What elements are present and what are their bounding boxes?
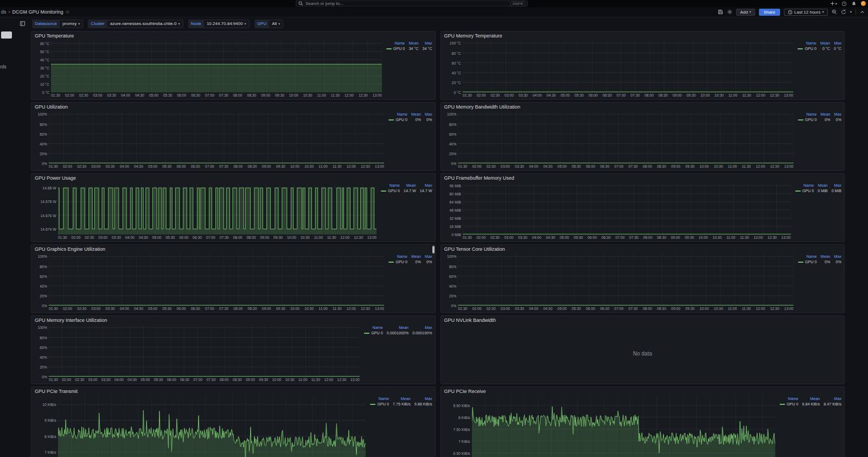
- y-axis-tick: 40%: [449, 284, 457, 288]
- page-title[interactable]: DCGM GPU Monitoring: [12, 9, 63, 15]
- legend-series-name[interactable]: GPU 0: [798, 259, 817, 264]
- refresh-button[interactable]: [841, 9, 846, 15]
- legend-mean-value: 0%: [416, 259, 421, 264]
- panel-gpu-utilization: GPU Utilization100%80%60%40%20%0%01:3002…: [31, 102, 436, 171]
- panel-title-gpu-pcie-receive[interactable]: GPU PCIe Receive: [444, 389, 486, 394]
- variable-value-cluster[interactable]: azure-ramesses-southindia-chile-0▾: [107, 20, 183, 28]
- sidebar-item-label[interactable]: rds: [0, 64, 7, 69]
- legend-header-mean: Mean: [810, 396, 820, 401]
- legend-header-name: Name: [806, 254, 816, 259]
- variable-value-node[interactable]: 10.244.70.84:9400▾: [204, 20, 250, 28]
- panel-header-gpu-tensor-core-utilization: GPU Tensor Core Utilization: [441, 245, 845, 252]
- panel-title-gpu-memory-interface-utilization[interactable]: GPU Memory Interface Utilization: [35, 318, 107, 323]
- x-axis-tick: 04:30: [546, 93, 556, 98]
- legend-series-name[interactable]: GPU 0: [795, 188, 814, 193]
- help-button[interactable]: ?: [841, 1, 847, 7]
- panel-title-gpu-graphics-engine-utilization[interactable]: GPU Graphics Engine Utilization: [35, 246, 105, 252]
- x-axis-tick: 03:30: [107, 93, 116, 98]
- x-axis-tick: 05:30: [162, 164, 171, 169]
- legend-header-max: Max: [425, 183, 432, 188]
- save-dashboard-button[interactable]: [718, 9, 723, 15]
- toggle-variables-panel-button[interactable]: [20, 21, 25, 27]
- legend-header-name: Name: [806, 112, 816, 117]
- zoom-out-time-button[interactable]: [832, 9, 837, 15]
- x-axis-tick: 02:00: [472, 307, 481, 312]
- x-axis-tick: 11:00: [728, 307, 737, 312]
- variable-value-gpu[interactable]: All▾: [269, 20, 283, 28]
- legend-gpu-framebuffer-memory-used: NameMeanMaxGPU 00 MiB0 MiB: [795, 183, 841, 240]
- panel-title-gpu-power-usage[interactable]: GPU Power Usage: [35, 175, 76, 181]
- legend-series-name[interactable]: GPU 0: [381, 188, 400, 193]
- y-axis-tick: 40 °C: [40, 58, 49, 62]
- add-panel-button[interactable]: Add ▾: [736, 9, 755, 16]
- collapse-topbar-button[interactable]: [860, 10, 865, 15]
- legend-series-name[interactable]: GPU 0: [364, 331, 383, 335]
- x-axis-tick: 02:30: [487, 307, 496, 312]
- panel-title-gpu-memory-temperature[interactable]: GPU Memory Temperature: [444, 33, 502, 39]
- legend-series-name[interactable]: GPU 0: [370, 402, 389, 407]
- legend-series-name[interactable]: GPU 0: [388, 259, 407, 264]
- x-axis-tick: 12:30: [770, 93, 779, 98]
- toolbar-divider: [856, 9, 856, 15]
- panel-title-gpu-utilization[interactable]: GPU Utilization: [35, 104, 68, 110]
- legend-header-max: Max: [834, 396, 841, 401]
- x-axis-tick: 06:30: [180, 378, 189, 383]
- x-axis-tick: 09:30: [685, 236, 694, 240]
- grafana-app: { "topbar": { "search": { "placeholder":…: [0, 0, 868, 457]
- x-axis-tick: 12:00: [756, 93, 765, 98]
- legend-series-name[interactable]: GPU 0: [388, 117, 407, 122]
- panel-title-gpu-framebuffer-memory-used[interactable]: GPU Framebuffer Memory Used: [444, 175, 514, 181]
- refresh-icon: [841, 9, 846, 15]
- legend-header-mean: Mean: [399, 325, 409, 330]
- y-axis-tick: 14.674 W: [41, 227, 56, 231]
- x-axis-tick: 11:30: [327, 236, 336, 240]
- panel-body-gpu-pcie-transmit: 10 KiB/s9 KiB/s8 KiB/s7 KiB/s6 KiB/s01:3…: [31, 394, 435, 457]
- legend-series-name[interactable]: GPU 0: [797, 46, 816, 51]
- panel-grid: GPU Temperature60 °C50 °C40 °C30 °C20 °C…: [31, 31, 845, 457]
- panel-header-gpu-framebuffer-memory-used: GPU Framebuffer Memory Used: [441, 174, 845, 181]
- x-axis-tick: 11:30: [331, 93, 340, 98]
- breadcrumb-parent[interactable]: ds: [1, 9, 7, 15]
- series-color-swatch: [386, 48, 392, 49]
- x-axis-tick: 03:30: [519, 93, 528, 98]
- legend-series-name[interactable]: GPU 0: [780, 402, 799, 407]
- time-range-picker[interactable]: Last 12 hours ▾: [784, 9, 828, 16]
- x-axis-tick: 03:00: [501, 307, 510, 312]
- favorite-star-icon[interactable]: ☆: [66, 10, 70, 15]
- legend-header-name: Name: [379, 396, 389, 401]
- dashboard-settings-button[interactable]: [727, 9, 732, 15]
- y-axis-tick: 100%: [37, 255, 47, 258]
- legend-series-name[interactable]: GPU 0: [798, 117, 817, 122]
- panel-title-gpu-nvlink-bandwidth[interactable]: GPU NVLink Bandwidth: [444, 318, 496, 323]
- y-axis-tick: 100%: [447, 255, 456, 258]
- panel-title-gpu-tensor-core-utilization[interactable]: GPU Tensor Core Utilization: [444, 246, 505, 252]
- search-shortcut-badge: cmd+k: [510, 1, 525, 7]
- chart-plot-gpu-power-usage: [58, 182, 377, 234]
- x-axis-tick: 07:30: [219, 93, 228, 98]
- panel-title-gpu-temperature[interactable]: GPU Temperature: [35, 33, 74, 39]
- panel-title-gpu-memory-bandwidth-utilization[interactable]: GPU Memory Bandwidth Utilization: [444, 104, 521, 110]
- add-new-button[interactable]: ▾: [830, 1, 837, 6]
- legend-header-name: Name: [390, 183, 400, 188]
- panel-scrollbar-thumb[interactable]: [432, 246, 435, 253]
- zoom-out-icon: [832, 9, 837, 15]
- series-color-swatch: [797, 48, 803, 49]
- x-axis-gpu-temperature: 01:3002:0002:3003:0003:3004:0004:3005:00…: [51, 92, 382, 98]
- y-axis-gpu-memory-temperature: 100 °C80 °C60 °C40 °C20 °C0 °C: [444, 40, 463, 98]
- refresh-interval-dropdown[interactable]: ▾: [850, 10, 852, 14]
- notifications-button[interactable]: [851, 1, 857, 7]
- sidebar-active-item[interactable]: [1, 31, 12, 39]
- y-axis-tick: 20%: [40, 294, 47, 297]
- panel-title-gpu-pcie-transmit[interactable]: GPU PCIe Transmit: [35, 389, 78, 394]
- y-axis-tick: 20 °C: [452, 80, 461, 84]
- share-button[interactable]: Share: [759, 9, 780, 16]
- panel-body-gpu-tensor-core-utilization: 100%80%60%40%20%0%01:3002:0002:3003:0003…: [441, 252, 845, 313]
- x-axis-tick: 04:00: [114, 378, 124, 383]
- variable-value-datasource[interactable]: promxy▾: [60, 20, 84, 28]
- x-axis-tick: 11:00: [318, 164, 328, 169]
- panel-gpu-power-usage: GPU Power Usage14.68 W14.678 W14.676 W14…: [31, 173, 436, 242]
- user-avatar[interactable]: [861, 1, 866, 6]
- search-input[interactable]: Search or jump to... cmd+k: [296, 1, 528, 7]
- legend-series-name[interactable]: GPU 0: [386, 46, 405, 51]
- legend-gpu-graphics-engine-utilization: NameMeanMaxGPU 00%0%: [388, 254, 432, 311]
